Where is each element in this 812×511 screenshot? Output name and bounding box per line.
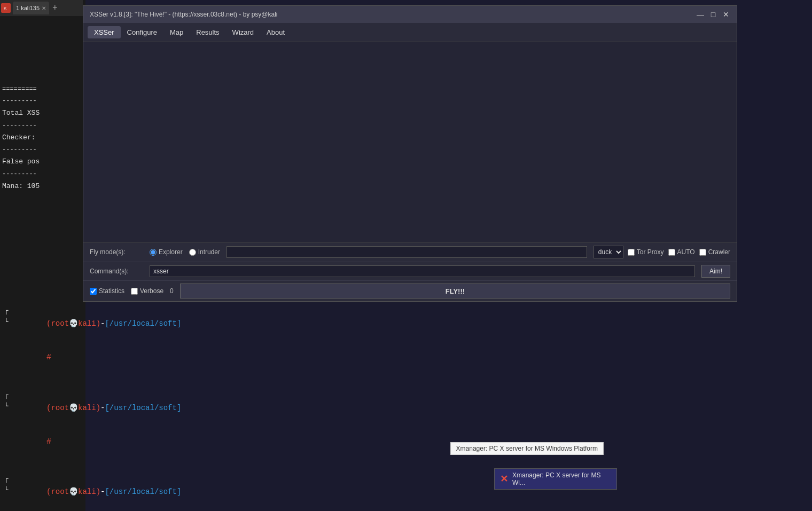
- menu-about[interactable]: About: [260, 26, 291, 38]
- menu-results[interactable]: Results: [190, 26, 225, 38]
- main-content-area: [83, 42, 737, 242]
- equals-line: =========: [2, 84, 83, 94]
- aim-button[interactable]: Aim!: [701, 265, 730, 278]
- prompt1-line2: #: [11, 341, 181, 375]
- menu-configure[interactable]: Configure: [121, 26, 163, 38]
- explorer-radio-option[interactable]: Explorer: [150, 248, 183, 256]
- menu-bar: XSSer Configure Map Results Wizard About: [83, 23, 737, 42]
- tab-add-btn[interactable]: +: [50, 3, 60, 13]
- checker: Checker:: [2, 132, 83, 143]
- tab-label: 1 kali135: [16, 5, 40, 11]
- tab-close-btn[interactable]: ✕: [42, 5, 46, 11]
- xmanager-taskbar[interactable]: ✕ Xmanager: PC X server for MS Wi...: [494, 468, 617, 490]
- crawler-checkbox[interactable]: [699, 249, 706, 256]
- fly-mode-label: Fly mode(s):: [90, 248, 143, 256]
- dashes2: ---------: [2, 121, 83, 130]
- total-xss: Total XSS: [2, 108, 83, 119]
- xmanager-tooltip: Xmanager: PC X server for MS Windows Pla…: [450, 442, 604, 455]
- statistics-label: Statistics: [99, 287, 124, 295]
- dashes3: ---------: [2, 145, 83, 154]
- verbose-option[interactable]: Verbose: [131, 287, 163, 295]
- restore-btn[interactable]: □: [709, 10, 717, 19]
- prompt3-line1: (root💀kali)-[/usr/local/soft]: [11, 475, 181, 509]
- prompt2-line2: #: [11, 425, 181, 460]
- terminal-tab[interactable]: 1 kali135 ✕: [13, 2, 49, 14]
- prompt1-path: [/usr/local/soft]: [105, 319, 181, 328]
- tor-proxy-option[interactable]: Tor Proxy: [628, 248, 664, 256]
- command-input[interactable]: [150, 265, 695, 277]
- fly-mode-row: Fly mode(s): Explorer Intruder duck Tor …: [83, 242, 737, 262]
- stats-row: Statistics Verbose 0 FLY!!!: [83, 281, 737, 301]
- explorer-radio[interactable]: [150, 249, 157, 256]
- verbose-value: 0: [170, 287, 174, 295]
- auto-option[interactable]: AUTO: [668, 248, 695, 256]
- intruder-label: Intruder: [198, 248, 220, 256]
- prompt2-host: kali): [78, 404, 100, 412]
- prompt1-root: (root: [46, 319, 69, 328]
- prompt2-skull: 💀: [69, 404, 78, 412]
- dashes4: ---------: [2, 169, 83, 179]
- explorer-label: Explorer: [159, 248, 183, 256]
- prompt3-root: (root: [46, 488, 69, 496]
- prompt3-host: kali): [78, 488, 100, 496]
- tab-bar: K 1 kali135 ✕ +: [0, 0, 83, 16]
- svg-text:K: K: [4, 6, 7, 11]
- kali-icon: K: [1, 3, 11, 13]
- minimize-btn[interactable]: —: [696, 10, 705, 19]
- false-pos: False pos: [2, 156, 83, 167]
- auto-checkbox[interactable]: [668, 249, 675, 256]
- verbose-label: Verbose: [140, 287, 163, 295]
- intruder-radio[interactable]: [189, 249, 196, 256]
- xsser-window: XSSer v1.8.[3]: "The Hivé!" - (https://x…: [83, 5, 737, 302]
- prompt2-line1: (root💀kali)-[/usr/local/soft]: [11, 391, 181, 425]
- prompt3-path: [/usr/local/soft]: [105, 488, 181, 496]
- terminal-output: ┌ └ (root💀kali)-[/usr/local/soft] # ┌ └ …: [0, 302, 406, 511]
- duck-dropdown[interactable]: duck: [594, 246, 623, 258]
- url-input[interactable]: [227, 246, 587, 258]
- close-btn[interactable]: ✕: [722, 10, 730, 19]
- statistics-option[interactable]: Statistics: [90, 287, 124, 295]
- dashes1: ---------: [2, 96, 83, 106]
- mana: Mana: 105: [2, 181, 83, 192]
- prompt1-skull: 💀: [69, 319, 78, 328]
- crawler-option[interactable]: Crawler: [699, 248, 730, 256]
- xmanager-x-icon: ✕: [500, 473, 508, 485]
- prompt3-skull: 💀: [69, 488, 78, 496]
- crawler-label: Crawler: [708, 248, 730, 256]
- window-title: XSSer v1.8.[3]: "The Hivé!" - (https://x…: [90, 11, 278, 18]
- prompt3-line2: # xsser --gtk: [11, 509, 181, 511]
- command-label: Command(s):: [90, 268, 143, 275]
- title-bar: XSSer v1.8.[3]: "The Hivé!" - (https://x…: [83, 6, 737, 23]
- command-row: Command(s): Aim!: [83, 262, 737, 281]
- prompt2-hash: #: [46, 437, 56, 446]
- prompt1-hash: #: [46, 353, 56, 362]
- menu-xsser[interactable]: XSSer: [88, 26, 121, 38]
- prompt1-line1: (root💀kali)-[/usr/local/soft]: [11, 307, 181, 341]
- prompt1-host: kali): [78, 319, 100, 328]
- right-controls: duck Tor Proxy AUTO Crawler: [594, 246, 730, 258]
- menu-map[interactable]: Map: [163, 26, 190, 38]
- menu-wizard[interactable]: Wizard: [226, 26, 260, 38]
- window-controls: — □ ✕: [696, 10, 730, 19]
- xmanager-taskbar-label: Xmanager: PC X server for MS Wi...: [512, 471, 611, 486]
- xmanager-tooltip-text: Xmanager: PC X server for MS Windows Pla…: [456, 445, 598, 452]
- prompt2-path: [/usr/local/soft]: [105, 404, 181, 412]
- tor-proxy-checkbox[interactable]: [628, 249, 635, 256]
- intruder-radio-option[interactable]: Intruder: [189, 248, 220, 256]
- auto-label: AUTO: [677, 248, 695, 256]
- tor-proxy-label: Tor Proxy: [637, 248, 664, 256]
- prompt2-root: (root: [46, 404, 69, 412]
- fly-button[interactable]: FLY!!!: [180, 284, 730, 298]
- bottom-controls: Fly mode(s): Explorer Intruder duck Tor …: [83, 242, 737, 301]
- verbose-checkbox[interactable]: [131, 288, 138, 295]
- statistics-checkbox[interactable]: [90, 288, 97, 295]
